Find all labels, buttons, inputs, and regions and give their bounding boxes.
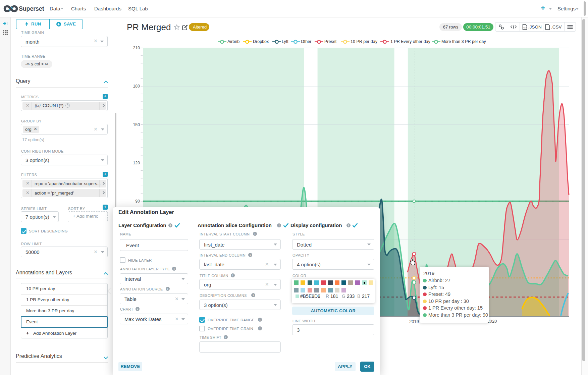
svg-text:180: 180	[133, 84, 140, 89]
svg-text:90: 90	[135, 199, 140, 204]
svg-text:120: 120	[133, 161, 140, 165]
svg-text:150: 150	[133, 122, 140, 127]
svg-text:210: 210	[133, 46, 140, 50]
svg-text:2019: 2019	[409, 319, 419, 324]
